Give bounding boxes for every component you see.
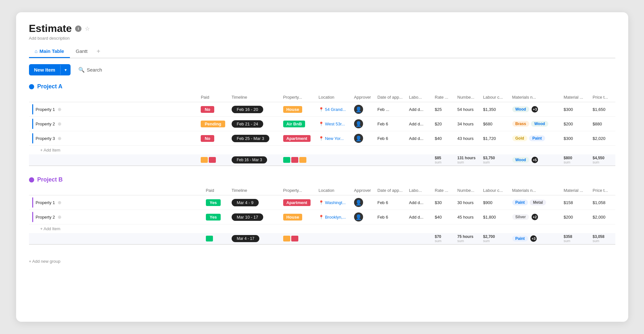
row-number: 43 hours bbox=[454, 131, 480, 146]
sum-property-colors bbox=[280, 154, 315, 166]
paid-badge: Pending bbox=[201, 121, 225, 127]
row-property[interactable]: Apartment bbox=[280, 131, 315, 146]
sum-number-val: 131 hours bbox=[457, 156, 476, 160]
row-paid[interactable]: Yes bbox=[203, 195, 228, 210]
property-badge: House bbox=[283, 106, 303, 113]
row-price: $880 bbox=[590, 117, 615, 131]
location-text: Brooklyn,... bbox=[325, 215, 346, 220]
location-pin-icon: 📍 bbox=[319, 122, 324, 126]
mat-tag-brass: Brass bbox=[512, 121, 529, 127]
row-property[interactable]: House bbox=[280, 102, 315, 117]
star-icon[interactable]: ☆ bbox=[85, 25, 90, 32]
sum-labour bbox=[406, 233, 432, 244]
sum-material: $358 sum bbox=[561, 233, 590, 244]
row-property[interactable]: Apartment bbox=[280, 195, 315, 210]
row-add-icon[interactable]: ⊕ bbox=[57, 135, 62, 141]
new-item-button[interactable]: New Item ▼ bbox=[29, 64, 71, 75]
tabs-row: ⌂ Main Table Gantt + bbox=[29, 44, 615, 58]
row-labour: Add d... bbox=[406, 102, 432, 117]
row-number: 54 hours bbox=[454, 102, 480, 117]
paid-badge: No bbox=[201, 106, 214, 113]
row-accent-bar bbox=[32, 212, 33, 222]
row-timeline: Feb 25 - Mar 3 bbox=[228, 131, 280, 146]
add-item-label[interactable]: + Add Item bbox=[29, 146, 615, 155]
toolbar: New Item ▼ 🔍 Search bbox=[29, 64, 615, 75]
row-price: $2,000 bbox=[590, 210, 615, 224]
tab-main-table[interactable]: ⌂ Main Table bbox=[29, 45, 70, 58]
row-paid[interactable]: No bbox=[197, 102, 228, 117]
search-label: Search bbox=[87, 67, 102, 73]
project-a-table-wrapper: Paid Timeline Property... Location Appro… bbox=[29, 93, 615, 166]
sum-prop-color-1 bbox=[283, 236, 290, 241]
row-name: Property 1 ⊕ bbox=[29, 102, 198, 117]
sum-number: 75 hours sum bbox=[454, 233, 480, 244]
sum-number-label: sum bbox=[457, 160, 477, 164]
sum-price-val: $3,058 bbox=[593, 234, 605, 239]
sum-rate-val: $70 bbox=[435, 234, 441, 239]
tab-gantt[interactable]: Gantt bbox=[70, 45, 93, 58]
add-item-row-b[interactable]: + Add Item bbox=[29, 224, 615, 233]
new-item-arrow-icon[interactable]: ▼ bbox=[60, 65, 71, 75]
sum-rate-label: sum bbox=[435, 239, 451, 243]
add-group-row[interactable]: + Add new group bbox=[29, 255, 615, 268]
avatar: 👤 bbox=[354, 198, 363, 207]
add-group-label: + Add new group bbox=[29, 259, 61, 264]
sum-price-label: sum bbox=[593, 239, 612, 243]
avatar: 👤 bbox=[354, 212, 363, 221]
sum-location bbox=[315, 233, 351, 244]
sum-mat-plus: +5 bbox=[532, 157, 538, 163]
row-materials: Brass Wood bbox=[509, 117, 561, 131]
mat-tag-wood: Wood bbox=[512, 106, 529, 112]
row-number: 45 hours bbox=[454, 210, 480, 224]
row-labour: Add d... bbox=[406, 210, 432, 224]
timeline-badge: Mar 4 - 9 bbox=[232, 199, 259, 206]
row-add-icon[interactable]: ⊕ bbox=[57, 121, 62, 127]
row-date: Feb 6 bbox=[374, 117, 406, 131]
row-add-icon[interactable]: ⊕ bbox=[57, 200, 62, 205]
col-header-rate-b: Rate ... bbox=[432, 186, 454, 195]
row-paid[interactable]: No bbox=[197, 131, 228, 146]
search-button[interactable]: 🔍 Search bbox=[75, 64, 105, 75]
sum-date bbox=[374, 154, 406, 166]
add-item-label[interactable]: + Add Item bbox=[29, 224, 615, 233]
row-add-icon[interactable]: ⊕ bbox=[57, 214, 62, 220]
row-price: $1,058 bbox=[590, 195, 615, 210]
col-header-labourc-a: Labour c... bbox=[480, 93, 509, 102]
row-paid[interactable]: Yes bbox=[203, 210, 228, 224]
sum-rate-val: $85 bbox=[435, 156, 441, 160]
sum-date bbox=[374, 233, 406, 244]
info-icon: i bbox=[75, 25, 82, 32]
row-price: $2,020 bbox=[590, 131, 615, 146]
summary-row-b: Mar 4 - 17 $70 su bbox=[29, 233, 615, 244]
row-location: 📍West 53r... bbox=[315, 117, 351, 131]
row-property[interactable]: House bbox=[280, 210, 315, 224]
sum-color-paid-1 bbox=[206, 236, 213, 241]
col-header-location-b: Location bbox=[315, 186, 351, 195]
row-name-label: Property 1 bbox=[36, 107, 55, 112]
col-header-labourc-b: Labour c... bbox=[480, 186, 509, 195]
mat-plus-badge: +2 bbox=[532, 214, 538, 220]
sum-timeline-badge: Mar 4 - 17 bbox=[232, 235, 260, 242]
row-accent-bar bbox=[32, 104, 33, 114]
col-header-property-b: Property... bbox=[280, 186, 315, 195]
sum-prop-color-2 bbox=[291, 236, 298, 241]
row-add-icon[interactable]: ⊕ bbox=[57, 106, 62, 112]
row-number: 30 hours bbox=[454, 195, 480, 210]
sum-number-label: sum bbox=[457, 239, 477, 243]
col-header-name bbox=[29, 93, 198, 102]
project-b-table: Paid Timeline Property... Location Appro… bbox=[29, 186, 615, 245]
tab-add-button[interactable]: + bbox=[93, 44, 104, 58]
row-labour: Add d... bbox=[406, 117, 432, 131]
property-badge: Apartment bbox=[283, 199, 311, 206]
sum-mat-plus: +3 bbox=[530, 235, 537, 242]
sum-number-val: 75 hours bbox=[457, 234, 474, 239]
sum-material: $800 sum bbox=[561, 154, 590, 166]
row-rate: $25 bbox=[432, 102, 454, 117]
project-b-dot bbox=[29, 177, 34, 182]
row-paid[interactable]: Pending bbox=[197, 117, 228, 131]
timeline-badge: Mar 10 - 17 bbox=[232, 213, 263, 221]
row-location: 📍Washingt... bbox=[315, 195, 351, 210]
add-item-row-a[interactable]: + Add Item bbox=[29, 146, 615, 155]
summary-row-a: Feb 16 - Mar 3 bbox=[29, 154, 615, 166]
row-property[interactable]: Air BnB bbox=[280, 117, 315, 131]
